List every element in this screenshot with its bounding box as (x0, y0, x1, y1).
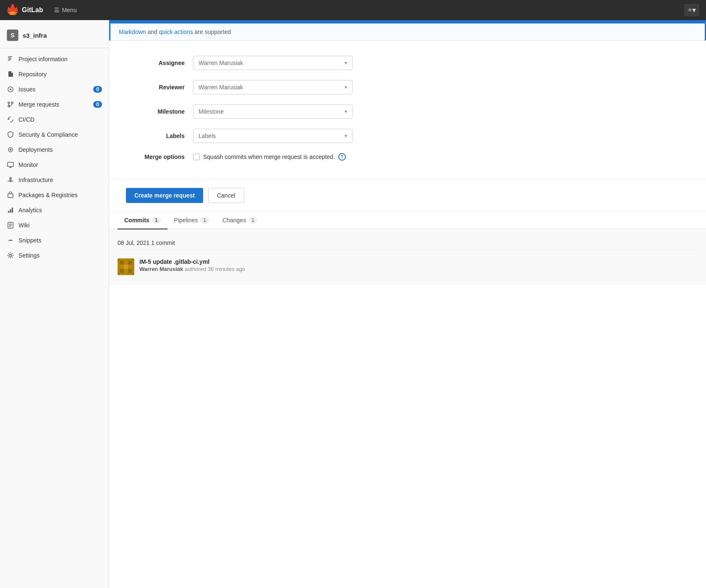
labels-select[interactable]: Labels ▾ (193, 129, 353, 143)
sidebar-item-project-information[interactable]: Project information (0, 52, 109, 67)
sidebar-item-wiki[interactable]: Wiki (0, 218, 109, 233)
sidebar-item-label: Analytics (18, 207, 102, 213)
tab-commits[interactable]: Commits 1 (118, 212, 167, 229)
chevron-down-icon: ▾ (345, 60, 347, 66)
commit-time: 36 minutes ago (208, 266, 245, 272)
pipelines-tab-label: Pipelines (174, 217, 198, 224)
sidebar-item-infrastructure[interactable]: Infrastructure (0, 172, 109, 187)
sidebar-item-label: Project information (18, 56, 102, 62)
sidebar-item-repository[interactable]: Repository (0, 67, 109, 82)
markdown-note: Markdown and quick actions are supported (109, 23, 706, 41)
merge-options-label: Merge options (126, 154, 193, 160)
tab-pipelines[interactable]: Pipelines 1 (167, 212, 216, 229)
settings-icon (7, 252, 14, 259)
svg-rect-38 (132, 273, 134, 275)
gitlab-fox-icon (7, 4, 18, 16)
avatar-pattern (118, 258, 134, 275)
sidebar: S s3_infra Project information Repositor… (0, 20, 109, 588)
app-layout: S s3_infra Project information Repositor… (0, 20, 706, 588)
project-name: s3_infra (23, 32, 47, 39)
sidebar-item-settings[interactable]: Settings (0, 248, 109, 263)
svg-point-12 (10, 149, 11, 151)
sidebar-item-cicd[interactable]: CI/CD (0, 112, 109, 127)
markdown-link[interactable]: Markdown (119, 29, 146, 35)
tab-changes[interactable]: Changes 1 (216, 212, 264, 229)
project-avatar: S (7, 29, 18, 41)
svg-rect-36 (132, 258, 134, 260)
chevron-down-icon: ▾ (345, 109, 347, 114)
svg-rect-1 (8, 57, 11, 58)
gitlab-logo[interactable]: GitLab (7, 4, 43, 16)
svg-rect-19 (10, 209, 11, 213)
milestone-value: Milestone (199, 108, 345, 115)
svg-rect-37 (118, 273, 120, 275)
pipelines-tab-count: 1 (200, 217, 209, 224)
shield-icon (7, 131, 14, 138)
squash-commits-checkbox[interactable] (193, 154, 200, 160)
milestone-select[interactable]: Milestone ▾ (193, 104, 353, 119)
cancel-button[interactable]: Cancel (208, 188, 244, 203)
assignee-row: Assignee Warren Marusiak ▾ (126, 56, 689, 70)
svg-rect-20 (12, 208, 13, 213)
repo-icon (7, 70, 14, 78)
analytics-icon (7, 206, 14, 214)
merge-options-row: Merge options Squash commits when merge … (126, 153, 689, 161)
issues-icon (7, 86, 14, 93)
packages-icon (7, 191, 14, 199)
sidebar-item-snippets[interactable]: Snippets (0, 233, 109, 248)
svg-rect-18 (8, 211, 9, 213)
quick-actions-link[interactable]: quick actions (159, 29, 193, 35)
create-merge-request-button[interactable]: Create merge request (126, 188, 203, 203)
sidebar-item-label: Settings (18, 252, 102, 259)
sidebar-item-packages-registries[interactable]: Packages & Registries (0, 187, 109, 203)
info-icon (7, 55, 14, 63)
blue-top-border (109, 20, 706, 23)
sidebar-item-monitor[interactable]: Monitor (0, 157, 109, 172)
cicd-icon (7, 116, 14, 123)
sidebar-item-security-compliance[interactable]: Security & Compliance (0, 127, 109, 142)
sidebar-item-label: Merge requests (18, 101, 89, 108)
svg-rect-0 (8, 56, 12, 57)
sidebar-item-label: Repository (18, 71, 102, 78)
menu-button[interactable]: ☰ Menu (50, 4, 81, 16)
commit-author-avatar (118, 258, 134, 275)
sidebar-item-label: Snippets (18, 237, 102, 244)
reviewer-label: Reviewer (126, 84, 193, 91)
plus-icon: + (688, 6, 692, 15)
sidebar-item-merge-requests[interactable]: Merge requests 0 (0, 97, 109, 112)
svg-point-26 (10, 240, 11, 241)
sidebar-item-issues[interactable]: Issues 0 (0, 82, 109, 97)
deploy-icon (7, 146, 14, 154)
commit-action: authored (185, 266, 208, 272)
new-item-button[interactable]: + ▾ (684, 4, 699, 16)
sidebar-item-label: Monitor (18, 161, 102, 168)
svg-rect-34 (128, 269, 132, 273)
squash-commits-label: Squash commits when merge request is acc… (203, 154, 335, 160)
labels-label: Labels (126, 133, 193, 139)
form-section: Assignee Warren Marusiak ▾ Reviewer Warr… (109, 47, 706, 180)
svg-point-6 (8, 102, 10, 104)
chevron-down-icon: ▾ (692, 5, 696, 15)
sidebar-item-label: CI/CD (18, 116, 102, 123)
reviewer-select[interactable]: Warren Marusiak ▾ (193, 80, 353, 94)
action-section: Create merge request Cancel (109, 180, 706, 212)
infra-icon (7, 176, 14, 184)
svg-rect-32 (124, 265, 128, 269)
svg-point-28 (10, 255, 12, 257)
milestone-label: Milestone (126, 108, 193, 115)
assignee-select[interactable]: Warren Marusiak ▾ (193, 56, 353, 70)
sidebar-item-deployments[interactable]: Deployments (0, 142, 109, 157)
sidebar-item-label: Packages & Registries (18, 192, 102, 198)
labels-value: Labels (199, 133, 345, 139)
sidebar-item-label: Security & Compliance (18, 131, 102, 138)
svg-rect-35 (118, 258, 120, 260)
commit-meta: Warren Marusiak authored 36 minutes ago (139, 266, 698, 272)
svg-point-27 (11, 240, 13, 241)
svg-rect-31 (128, 260, 132, 265)
help-icon[interactable]: ? (338, 153, 346, 161)
assignee-label: Assignee (126, 60, 193, 66)
commits-tab-count: 1 (152, 217, 161, 224)
svg-rect-3 (8, 60, 10, 61)
changes-tab-count: 1 (248, 217, 257, 224)
sidebar-item-analytics[interactable]: Analytics (0, 203, 109, 218)
